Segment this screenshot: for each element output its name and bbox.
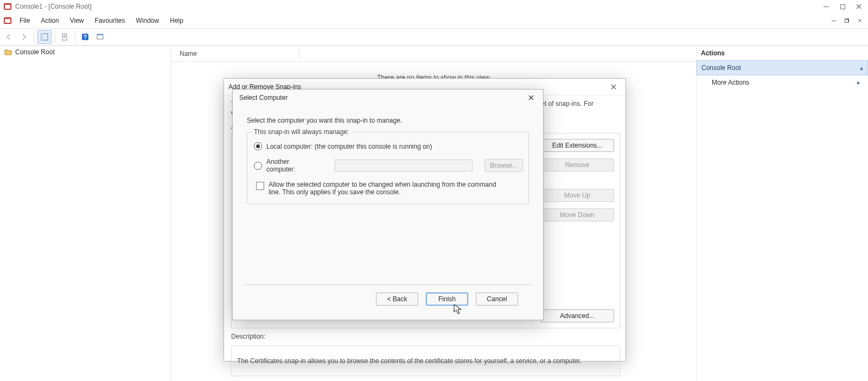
- mdi-minimize-button[interactable]: [828, 15, 840, 26]
- svg-rect-10: [41, 34, 43, 40]
- fieldset-legend: This snap-in will always manage:: [252, 128, 351, 136]
- svg-rect-8: [845, 20, 848, 23]
- allow-change-label: Allow the selected computer to be change…: [269, 181, 507, 196]
- window-title: Console1 - [Console Root]: [15, 3, 92, 10]
- move-up-button[interactable]: Move Up: [540, 189, 614, 202]
- select-computer-dialog: Select Computer Select the computer you …: [232, 89, 544, 320]
- help-icon[interactable]: ?: [79, 30, 92, 43]
- edit-extensions-button[interactable]: Edit Extensions...: [540, 139, 614, 152]
- computer-name-input[interactable]: [335, 160, 473, 172]
- actions-section-label: Console Root: [701, 64, 741, 72]
- menu-favourites[interactable]: Favourites: [90, 15, 131, 27]
- minimize-button[interactable]: [818, 1, 834, 12]
- description-label: Description:: [231, 333, 620, 340]
- back-icon[interactable]: [2, 30, 15, 43]
- column-name[interactable]: Name: [177, 46, 299, 61]
- toolbar: ?: [0, 29, 868, 46]
- toolbar-divider: [34, 31, 34, 43]
- radio-another-label: Another computer:: [266, 158, 319, 173]
- radio-another-computer[interactable]: [254, 162, 262, 170]
- close-button[interactable]: [851, 1, 867, 12]
- svg-rect-5: [5, 19, 10, 23]
- svg-rect-3: [840, 4, 845, 9]
- close-icon[interactable]: [524, 91, 539, 104]
- advanced-button[interactable]: Advanced...: [540, 309, 614, 322]
- menu-window[interactable]: Window: [131, 15, 165, 27]
- manage-fieldset: This snap-in will always manage: Local c…: [247, 132, 529, 204]
- folder-icon: [4, 48, 12, 56]
- svg-rect-15: [97, 34, 103, 35]
- radio-local-label: Local computer: (the computer this conso…: [266, 143, 432, 150]
- toolbar-divider: [75, 31, 75, 43]
- lead-text: Select the computer you want this snap-i…: [247, 117, 529, 124]
- tree-root[interactable]: Console Root: [0, 46, 171, 58]
- dialog-title: Select Computer: [237, 94, 524, 101]
- actions-pane: Actions Console Root ▴ More Actions ▸: [697, 46, 868, 381]
- description-text: The Certificates snap-in allows you to b…: [237, 357, 582, 365]
- mmc-icon: [3, 16, 12, 25]
- mmc-icon: [3, 2, 12, 11]
- show-tree-icon[interactable]: [37, 30, 52, 44]
- move-down-button[interactable]: Move Down: [540, 208, 614, 221]
- menubar: File Action View Favourites Window Help: [0, 13, 868, 29]
- radio-local-computer[interactable]: [254, 142, 262, 150]
- column-header-row: Name: [172, 46, 696, 62]
- mdi-controls: [828, 15, 866, 26]
- remove-button[interactable]: Remove: [540, 158, 614, 172]
- collapse-up-icon: ▴: [860, 64, 863, 72]
- menu-help[interactable]: Help: [164, 15, 189, 27]
- export-icon[interactable]: [59, 30, 72, 43]
- forward-icon[interactable]: [17, 30, 30, 43]
- svg-rect-6: [832, 21, 836, 21]
- svg-rect-1: [5, 5, 10, 9]
- svg-rect-11: [62, 34, 67, 40]
- browse-button[interactable]: Browse...: [484, 159, 523, 172]
- back-button[interactable]: < Back: [376, 293, 418, 306]
- description-box: The Certificates snap-in allows you to b…: [231, 346, 620, 376]
- chevron-right-icon: ▸: [857, 79, 860, 86]
- menu-action[interactable]: Action: [35, 15, 64, 27]
- cancel-button[interactable]: Cancel: [476, 293, 518, 306]
- actions-header: Actions: [697, 46, 868, 61]
- menu-file[interactable]: File: [14, 15, 35, 27]
- mdi-restore-button[interactable]: [841, 15, 853, 26]
- finish-button[interactable]: Finish: [426, 293, 468, 306]
- close-icon[interactable]: [606, 80, 621, 93]
- tree-root-label: Console Root: [15, 48, 55, 56]
- allow-change-checkbox[interactable]: [256, 182, 264, 190]
- mdi-close-button[interactable]: [854, 15, 866, 26]
- tree-pane: Console Root: [0, 46, 172, 381]
- actions-section[interactable]: Console Root ▴: [697, 60, 868, 75]
- more-actions-label: More Actions: [712, 79, 749, 86]
- titlebar: Console1 - [Console Root]: [0, 0, 868, 13]
- new-window-icon[interactable]: [94, 30, 107, 43]
- more-actions[interactable]: More Actions ▸: [697, 75, 868, 90]
- toolbar-divider: [55, 31, 55, 43]
- maximize-button[interactable]: [834, 1, 851, 12]
- menu-view[interactable]: View: [65, 15, 90, 27]
- svg-text:?: ?: [84, 34, 87, 40]
- svg-rect-2: [824, 7, 829, 7]
